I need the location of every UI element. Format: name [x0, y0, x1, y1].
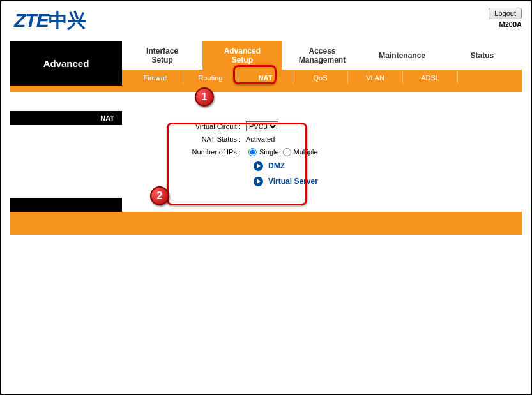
- section-heading-nat: NAT: [10, 111, 122, 125]
- subtab-nat[interactable]: NAT: [238, 71, 293, 84]
- tab-maintenance[interactable]: Maintenance: [362, 41, 442, 70]
- link-dmz[interactable]: DMZ: [254, 158, 522, 174]
- play-icon: [254, 177, 263, 186]
- subtab-vlan[interactable]: VLAN: [348, 71, 403, 84]
- tab-advanced-setup[interactable]: Advanced Setup: [202, 41, 282, 70]
- radio-multiple[interactable]: [283, 148, 291, 156]
- page-title: Advanced: [10, 41, 122, 86]
- play-icon: [254, 161, 263, 171]
- subtab-qos[interactable]: QoS: [293, 71, 348, 84]
- label-number-of-ips: Number of IPs :: [173, 148, 243, 156]
- value-nat-status: Activated: [243, 135, 275, 143]
- main-tabs: Interface Setup Advanced Setup Access Ma…: [122, 41, 522, 70]
- subtab-adsl[interactable]: ADSL: [403, 71, 458, 84]
- virtual-circuit-select[interactable]: PVC0: [246, 121, 278, 131]
- label-virtual-circuit: Virtual Circuit :: [173, 123, 243, 130]
- link-virtual-server[interactable]: Virtual Server: [254, 174, 522, 189]
- logo: ZTE中兴: [10, 8, 86, 34]
- logout-button[interactable]: Logout: [489, 8, 522, 19]
- model-label: M200A: [489, 20, 522, 28]
- radio-single[interactable]: [248, 148, 257, 156]
- label-single: Single: [259, 148, 279, 156]
- subtab-firewall[interactable]: Firewall: [128, 71, 183, 84]
- tab-interface-setup[interactable]: Interface Setup: [122, 41, 202, 70]
- tab-status[interactable]: Status: [442, 41, 522, 70]
- label-multiple: Multiple: [294, 148, 318, 156]
- tab-access-management[interactable]: Access Management: [282, 41, 361, 70]
- label-nat-status: NAT Status :: [173, 135, 243, 143]
- sub-tabs: Firewall Routing NAT QoS VLAN ADSL: [122, 70, 522, 86]
- subtab-routing[interactable]: Routing: [183, 71, 238, 84]
